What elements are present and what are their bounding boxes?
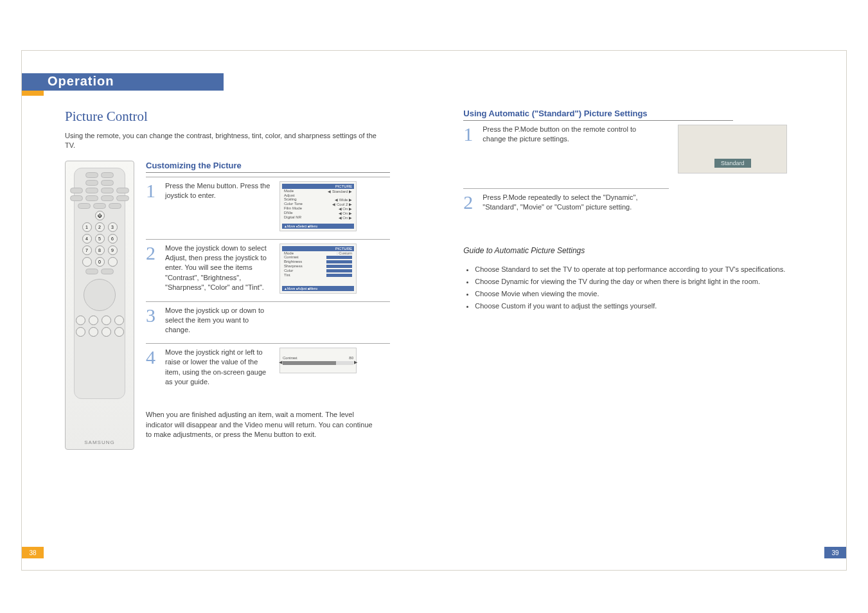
step-2-text: Move the joystick down to select Adjust,… xyxy=(165,244,274,294)
step-3-spacer xyxy=(279,306,357,335)
customizing-steps: Customizing the Picture 1 Press the Menu… xyxy=(146,161,390,450)
bullet-custom: Choose Custom if you want to adjust the … xyxy=(475,301,817,312)
remote-brand: SAMSUNG xyxy=(84,440,114,445)
remote-body: ⏻ 123 456 789 0 xyxy=(74,168,125,399)
step-4-number: 4 xyxy=(146,348,160,387)
right-column: Using Automatic ("Standard") Picture Set… xyxy=(463,109,817,450)
right-step-1-number: 1 xyxy=(463,125,477,145)
after-steps-note: When you are finished adjusting an item,… xyxy=(146,410,377,440)
page-number-right: 39 xyxy=(824,547,846,558)
page-number-left: 38 xyxy=(22,547,44,558)
operation-header: Operation xyxy=(22,73,846,95)
right-step-2-number: 2 xyxy=(463,193,477,213)
operation-title: Operation xyxy=(48,74,114,89)
step-3-text: Move the joystick up or down to select t… xyxy=(165,306,274,335)
step-4: 4 Move the joystick right or left to rai… xyxy=(146,343,390,395)
bullet-dynamic: Choose Dynamic for viewing the TV during… xyxy=(475,276,817,287)
step-2-number: 2 xyxy=(146,244,160,294)
osd-picture-menu: PICTURE Mode◀ Standard ▶ Adjust Scaling◀… xyxy=(279,181,357,231)
left-column: Picture Control Using the remote, you ca… xyxy=(65,109,399,450)
guide-bullets: Choose Standard to set the TV to operate… xyxy=(463,264,817,312)
step-3: 3 Move the joystick up or down to select… xyxy=(146,301,390,343)
manual-spread: Operation Picture Control Using the remo… xyxy=(21,50,847,571)
guide-title: Guide to Automatic Picture Settings xyxy=(463,246,817,255)
step-1-text: Press the Menu button. Press the joystic… xyxy=(165,181,274,231)
step-4-text: Move the joystick right or left to raise… xyxy=(165,348,274,387)
right-step-2: 2 Press P.Mode repeatedly to select the … xyxy=(463,188,669,219)
tv-screenshot-standard: Standard xyxy=(678,125,787,173)
right-steps-row: 1 Press the P.Mode button on the remote … xyxy=(463,125,817,231)
customizing-heading: Customizing the Picture xyxy=(146,161,390,173)
osd-contrast-slider: Contrast80 xyxy=(279,348,357,373)
dpad-icon xyxy=(84,279,116,311)
right-step-1-text: Press the P.Mode button on the remote co… xyxy=(483,125,650,145)
right-step-1: 1 Press the P.Mode button on the remote … xyxy=(463,125,669,151)
picture-control-title: Picture Control xyxy=(65,109,399,125)
header-accent xyxy=(22,91,44,96)
power-icon: ⏻ xyxy=(95,211,105,220)
step-1: 1 Press the Menu button. Press the joyst… xyxy=(146,177,390,239)
right-step-2-text: Press P.Mode repeatedly to select the "D… xyxy=(483,193,650,213)
standard-label: Standard xyxy=(714,159,751,168)
auto-settings-heading: Using Automatic ("Standard") Picture Set… xyxy=(463,109,733,121)
step-1-number: 1 xyxy=(146,181,160,231)
step-2: 2 Move the joystick down to select Adjus… xyxy=(146,239,390,301)
step-3-number: 3 xyxy=(146,306,160,335)
bullet-standard: Choose Standard to set the TV to operate… xyxy=(475,264,817,275)
left-body: ⏻ 123 456 789 0 SAMSUNG Customizing the … xyxy=(65,161,399,450)
remote-illustration: ⏻ 123 456 789 0 SAMSUNG xyxy=(65,161,134,450)
content-columns: Picture Control Using the remote, you ca… xyxy=(65,109,817,450)
intro-text: Using the remote, you can change the con… xyxy=(65,131,386,150)
bullet-movie: Choose Movie when viewing the movie. xyxy=(475,289,817,299)
osd-adjust-menu: PICTURE Mode: Custom Contrast Brightness… xyxy=(279,244,357,294)
